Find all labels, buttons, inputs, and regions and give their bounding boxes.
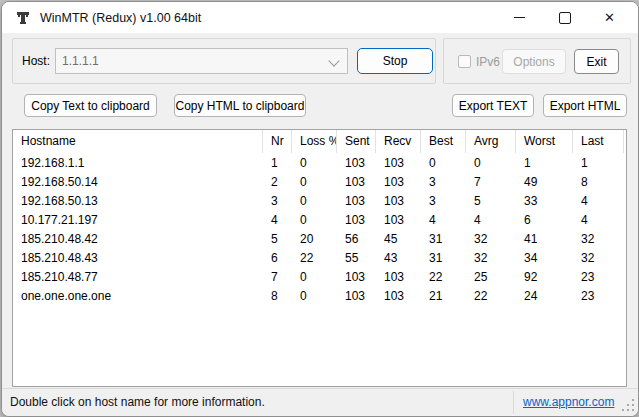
table-row[interactable]: 185.210.48.777010310322259223 bbox=[13, 267, 626, 286]
minimize-button[interactable] bbox=[497, 2, 542, 33]
cell-nr: 8 bbox=[263, 289, 292, 303]
caption-buttons: ✕ bbox=[497, 2, 632, 33]
cell-recv: 103 bbox=[376, 156, 421, 170]
cell-nr: 3 bbox=[263, 194, 292, 208]
cell-recv: 45 bbox=[376, 232, 421, 246]
cell-best: 21 bbox=[421, 289, 466, 303]
cell-worst: 49 bbox=[516, 175, 573, 189]
column-header-best[interactable]: Best bbox=[421, 130, 466, 153]
cell-last: 23 bbox=[573, 270, 624, 284]
statusbar: Double click on host name for more infor… bbox=[2, 388, 638, 416]
cell-avrg: 32 bbox=[466, 232, 516, 246]
cell-best: 3 bbox=[421, 194, 466, 208]
cell-nr: 7 bbox=[263, 270, 292, 284]
window-title: WinMTR (Redux) v1.00 64bit bbox=[40, 11, 201, 25]
cell-last: 32 bbox=[573, 251, 624, 265]
ipv6-checkbox[interactable] bbox=[458, 55, 471, 68]
cell-avrg: 22 bbox=[466, 289, 516, 303]
export-html-button[interactable]: Export HTML bbox=[543, 94, 627, 117]
cell-worst: 92 bbox=[516, 270, 573, 284]
cell-loss-pct: 22 bbox=[292, 251, 337, 265]
chevron-down-icon bbox=[328, 55, 339, 66]
cell-recv: 43 bbox=[376, 251, 421, 265]
options-button[interactable]: Options bbox=[502, 49, 566, 74]
cell-last: 4 bbox=[573, 194, 624, 208]
cell-hostname: 185.210.48.43 bbox=[13, 251, 263, 265]
cell-last: 4 bbox=[573, 213, 624, 227]
column-header-worst[interactable]: Worst bbox=[516, 130, 573, 153]
column-header-avrg[interactable]: Avrg bbox=[466, 130, 516, 153]
table-row[interactable]: 185.210.48.43622554331323432 bbox=[13, 248, 626, 267]
cell-hostname: 185.210.48.42 bbox=[13, 232, 263, 246]
table-row[interactable]: 192.168.1.1101031030011 bbox=[13, 153, 626, 172]
host-combobox[interactable]: 1.1.1.1 bbox=[55, 48, 348, 74]
column-header-nr[interactable]: Nr bbox=[263, 130, 292, 153]
results-table-body: 192.168.1.1101031030011192.168.50.142010… bbox=[13, 153, 626, 305]
table-row[interactable]: one.one.one.one8010310321222423 bbox=[13, 286, 626, 305]
maximize-button[interactable] bbox=[542, 2, 587, 33]
cell-nr: 4 bbox=[263, 213, 292, 227]
table-header: HostnameNrLoss %SentRecvBestAvrgWorstLas… bbox=[13, 130, 626, 153]
cell-recv: 103 bbox=[376, 213, 421, 227]
cell-best: 4 bbox=[421, 213, 466, 227]
column-header-recv[interactable]: Recv bbox=[376, 130, 421, 153]
cell-worst: 1 bbox=[516, 156, 573, 170]
column-header-loss-pct[interactable]: Loss % bbox=[292, 130, 337, 153]
cell-loss-pct: 20 bbox=[292, 232, 337, 246]
cell-avrg: 4 bbox=[466, 213, 516, 227]
cell-best: 31 bbox=[421, 251, 466, 265]
app-window: WinMTR (Redux) v1.00 64bit ✕ Host: 1.1.1… bbox=[1, 1, 639, 417]
copy-text-button[interactable]: Copy Text to clipboard bbox=[24, 94, 157, 117]
cell-nr: 1 bbox=[263, 156, 292, 170]
cell-hostname: 192.168.50.13 bbox=[13, 194, 263, 208]
cell-sent: 103 bbox=[337, 213, 376, 227]
appnor-link[interactable]: www.appnor.com bbox=[523, 395, 614, 409]
cell-hostname: 10.177.21.197 bbox=[13, 213, 263, 227]
copy-html-button[interactable]: Copy HTML to clipboard bbox=[174, 94, 306, 117]
cell-sent: 103 bbox=[337, 289, 376, 303]
cell-nr: 6 bbox=[263, 251, 292, 265]
cell-best: 22 bbox=[421, 270, 466, 284]
results-table: HostnameNrLoss %SentRecvBestAvrgWorstLas… bbox=[12, 129, 627, 387]
cell-worst: 41 bbox=[516, 232, 573, 246]
cell-sent: 103 bbox=[337, 270, 376, 284]
table-row[interactable]: 185.210.48.42520564531324132 bbox=[13, 229, 626, 248]
cell-last: 8 bbox=[573, 175, 624, 189]
stop-button[interactable]: Stop bbox=[357, 48, 433, 74]
cell-avrg: 0 bbox=[466, 156, 516, 170]
resize-grip-icon[interactable] bbox=[621, 399, 634, 412]
cell-hostname: 185.210.48.77 bbox=[13, 270, 263, 284]
cell-loss-pct: 0 bbox=[292, 289, 337, 303]
table-row[interactable]: 192.168.50.142010310337498 bbox=[13, 172, 626, 191]
cell-loss-pct: 0 bbox=[292, 156, 337, 170]
cell-loss-pct: 0 bbox=[292, 175, 337, 189]
cell-worst: 34 bbox=[516, 251, 573, 265]
cell-hostname: 192.168.50.14 bbox=[13, 175, 263, 189]
cell-avrg: 25 bbox=[466, 270, 516, 284]
status-divider bbox=[513, 391, 514, 414]
cell-loss-pct: 0 bbox=[292, 194, 337, 208]
export-text-button[interactable]: Export TEXT bbox=[452, 94, 534, 117]
cell-sent: 56 bbox=[337, 232, 376, 246]
cell-hostname: 192.168.1.1 bbox=[13, 156, 263, 170]
column-header-hostname[interactable]: Hostname bbox=[13, 130, 263, 153]
cell-nr: 2 bbox=[263, 175, 292, 189]
cell-hostname: one.one.one.one bbox=[13, 289, 263, 303]
cell-recv: 103 bbox=[376, 270, 421, 284]
exit-button[interactable]: Exit bbox=[574, 49, 619, 74]
cell-last: 23 bbox=[573, 289, 624, 303]
column-header-filler bbox=[624, 130, 626, 153]
column-header-last[interactable]: Last bbox=[573, 130, 624, 153]
column-header-sent[interactable]: Sent bbox=[337, 130, 376, 153]
close-button[interactable]: ✕ bbox=[587, 2, 632, 33]
app-icon bbox=[15, 10, 31, 26]
cell-loss-pct: 0 bbox=[292, 213, 337, 227]
cell-sent: 55 bbox=[337, 251, 376, 265]
minimize-icon bbox=[514, 17, 525, 18]
ipv6-label: IPv6 bbox=[476, 55, 500, 69]
cell-best: 31 bbox=[421, 232, 466, 246]
table-row[interactable]: 10.177.21.197401031034464 bbox=[13, 210, 626, 229]
table-row[interactable]: 192.168.50.133010310335334 bbox=[13, 191, 626, 210]
cell-recv: 103 bbox=[376, 175, 421, 189]
cell-recv: 103 bbox=[376, 194, 421, 208]
